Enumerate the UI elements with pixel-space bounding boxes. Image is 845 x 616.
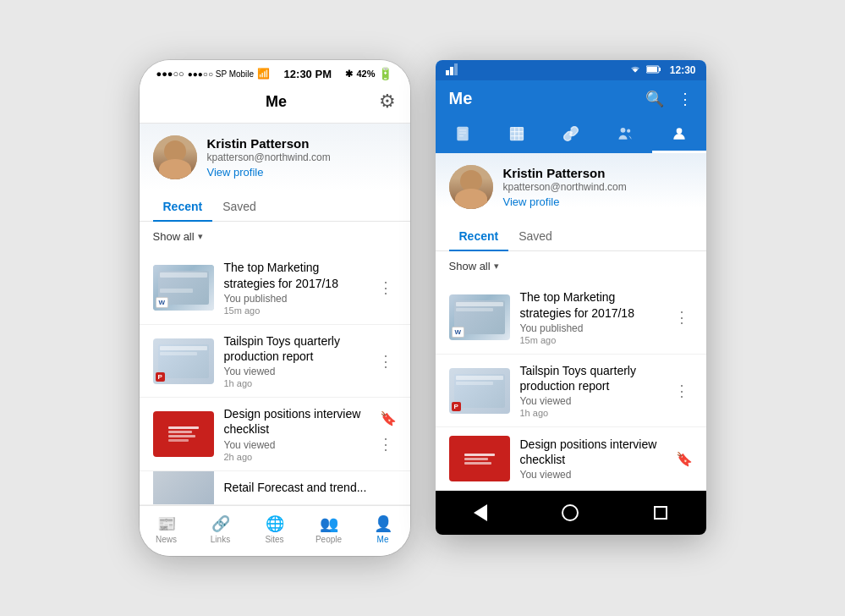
ios-time: 12:30 PM <box>284 68 332 80</box>
recents-icon <box>654 506 667 520</box>
item-content: Design positions interview checklist You… <box>224 406 365 461</box>
android-tabs: Recent Saved <box>436 221 706 251</box>
item-title: Design positions interview checklist <box>224 406 365 437</box>
android-back-button[interactable] <box>465 498 496 528</box>
list-item: Design positions interview checklist You… <box>436 427 706 491</box>
show-all-label[interactable]: Show all <box>449 260 491 272</box>
search-icon[interactable]: 🔍 <box>645 90 664 108</box>
more-options-icon[interactable]: ⋮ <box>671 305 693 330</box>
item-thumbnail: W <box>449 294 510 340</box>
list-item: P Tailspin Toys quarterly production rep… <box>140 325 410 398</box>
ios-tabs: Recent Saved <box>140 191 410 222</box>
ppt-thumb: P <box>449 368 510 414</box>
more-options-icon[interactable]: ⋮ <box>375 432 397 457</box>
carrier-name: ●●●○○ SP Mobile <box>188 69 254 79</box>
list-item: W W The top Marketing strategies for 201… <box>140 251 410 324</box>
item-content: The top Marketing strategies for 2017/18… <box>224 260 365 315</box>
ios-status-bar: ●●●○○ ●●●○○ SP Mobile 📶 12:30 PM ✱ 42% 🔋 <box>140 60 410 84</box>
android-home-button[interactable] <box>555 498 585 528</box>
item-title: Design positions interview checklist <box>520 437 666 467</box>
item-thumbnail <box>449 436 510 481</box>
item-content: The top Marketing strategies for 2017/18… <box>520 289 661 344</box>
ios-phone: ●●●○○ ●●●○○ SP Mobile 📶 12:30 PM ✱ 42% 🔋… <box>140 60 410 555</box>
ios-items-list: W W The top Marketing strategies for 201… <box>140 251 410 504</box>
avatar <box>449 165 493 209</box>
item-subtitle: You viewed <box>224 439 365 451</box>
people-icon: 👥 <box>320 514 338 533</box>
view-profile-link[interactable]: View profile <box>503 195 693 208</box>
tab-recent[interactable]: Recent <box>449 221 509 251</box>
ios-header: Me ⚙ <box>140 84 410 124</box>
item-title: Tailspin Toys quarterly production repor… <box>520 363 661 393</box>
bookmark-icon: 🔖 <box>380 410 397 426</box>
doc-type-badge: W <box>452 327 465 338</box>
item-content: Tailspin Toys quarterly production repor… <box>520 363 661 418</box>
nav-item-me[interactable]: 👤 Me <box>356 511 410 547</box>
ios-profile-section: Kristin Patterson kpatterson@northwind.c… <box>140 124 410 191</box>
list-item: W The top Marketing strategies for 2017/… <box>436 281 706 354</box>
checklist-thumb <box>449 436 510 481</box>
android-recents-button[interactable] <box>645 498 676 528</box>
svg-marker-1 <box>450 67 453 75</box>
marketing-thumb: W <box>449 294 510 340</box>
item-thumbnail: W W <box>153 265 214 311</box>
tab-saved[interactable]: Saved <box>212 191 266 222</box>
back-icon <box>474 504 487 521</box>
show-all-row: Show all ▾ <box>140 222 410 251</box>
bluetooth-icon: ✱ <box>345 69 353 80</box>
nav-item-links[interactable]: 🔗 Links <box>194 511 248 547</box>
android-header-icons: 🔍 ⋮ <box>645 90 693 108</box>
android-header: Me 🔍 ⋮ <box>436 80 706 117</box>
ios-carrier: ●●●○○ ●●●○○ SP Mobile 📶 <box>156 68 271 80</box>
phones-container: ●●●○○ ●●●○○ SP Mobile 📶 12:30 PM ✱ 42% 🔋… <box>123 43 723 572</box>
nav-item-people[interactable]: 👥 People <box>302 511 356 547</box>
svg-marker-0 <box>446 70 449 75</box>
item-content: Retail Forecast and trend... <box>224 480 397 495</box>
android-status-bar: 12:30 <box>436 60 706 80</box>
nav-label-links: Links <box>211 535 230 544</box>
sites-icon: 🌐 <box>266 514 284 533</box>
more-options-icon[interactable]: ⋮ <box>375 349 397 374</box>
android-tab-link[interactable] <box>544 117 598 153</box>
item-time: 15m ago <box>224 305 365 316</box>
more-options-icon[interactable]: ⋮ <box>678 90 693 108</box>
tab-saved[interactable]: Saved <box>508 221 562 251</box>
battery-icon: 🔋 <box>378 67 392 80</box>
tab-recent[interactable]: Recent <box>153 191 213 222</box>
news-icon: 📰 <box>157 514 176 533</box>
nav-label-news: News <box>156 535 177 544</box>
avatar <box>153 135 197 179</box>
svg-rect-10 <box>510 128 523 140</box>
android-tab-table[interactable] <box>490 117 544 153</box>
battery-percent: 42% <box>356 69 375 79</box>
item-subtitle: You published <box>520 322 661 334</box>
settings-icon[interactable]: ⚙ <box>379 91 396 113</box>
view-profile-link[interactable]: View profile <box>207 166 397 179</box>
android-page-title: Me <box>449 89 473 108</box>
item-title: The top Marketing strategies for 2017/18 <box>520 289 661 320</box>
nav-item-sites[interactable]: 🌐 Sites <box>248 511 302 547</box>
android-time: 12:30 <box>670 64 696 76</box>
android-tab-people-group[interactable] <box>598 117 652 153</box>
profile-email: kpatterson@northwind.com <box>207 151 397 163</box>
profile-email: kpatterson@northwind.com <box>503 181 693 193</box>
more-options-icon[interactable]: ⋮ <box>375 275 397 300</box>
nav-label-me: Me <box>377 535 389 544</box>
svg-point-16 <box>627 129 630 133</box>
show-all-label[interactable]: Show all <box>153 230 195 243</box>
nav-item-news[interactable]: 📰 News <box>140 511 194 547</box>
android-tab-doc[interactable] <box>436 117 490 153</box>
svg-rect-6 <box>457 127 468 141</box>
checklist-thumb <box>153 411 214 457</box>
android-battery-icon <box>646 65 661 75</box>
item-subtitle: You viewed <box>224 366 365 377</box>
item-title: Retail Forecast and trend... <box>224 480 397 495</box>
android-tab-person[interactable] <box>652 117 706 153</box>
bookmark-icon: 🔖 <box>676 451 693 467</box>
profile-name: Kristin Patterson <box>503 166 693 180</box>
signal-dots: ●●●○○ <box>156 69 184 79</box>
more-options-icon[interactable]: ⋮ <box>671 378 693 404</box>
item-subtitle: You viewed <box>520 395 661 407</box>
android-signal-icon <box>446 63 458 77</box>
profile-info: Kristin Patterson kpatterson@northwind.c… <box>207 136 397 179</box>
